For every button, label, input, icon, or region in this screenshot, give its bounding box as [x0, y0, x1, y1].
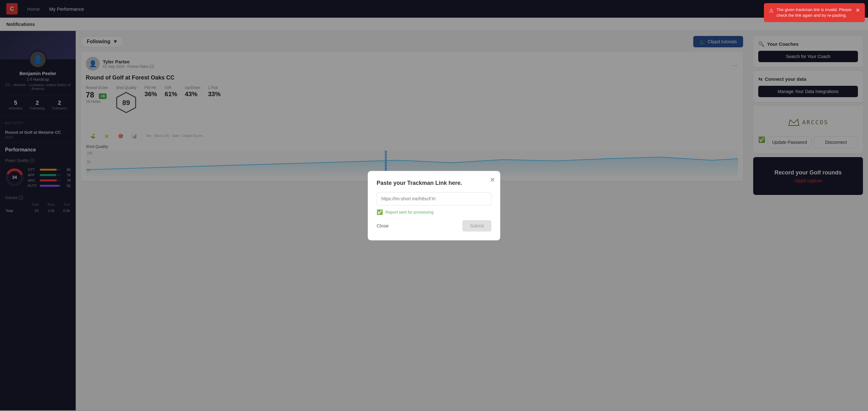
modal-title: Paste your Trackman Link here.: [377, 180, 491, 186]
warning-icon: ⚠: [769, 7, 773, 14]
modal-close-x-button[interactable]: ✕: [490, 176, 495, 184]
modal-submit-button[interactable]: Submit: [462, 220, 491, 231]
trackman-modal: Paste your Trackman Link here. ✕ ✅ Repor…: [368, 171, 500, 240]
modal-close-button[interactable]: Close: [377, 223, 389, 228]
error-toast: ⚠ The given trackman link is invalid. Pl…: [764, 3, 865, 22]
trackman-link-input[interactable]: [377, 192, 491, 205]
modal-success-message: ✅ Report sent for processing: [377, 209, 491, 215]
modal-overlay: Paste your Trackman Link here. ✕ ✅ Repor…: [0, 0, 868, 410]
toast-message: The given trackman link is invalid. Plea…: [777, 7, 852, 18]
toast-close-icon[interactable]: ✕: [856, 7, 860, 14]
success-check-icon: ✅: [377, 209, 383, 215]
modal-actions: Close Submit: [377, 220, 491, 231]
